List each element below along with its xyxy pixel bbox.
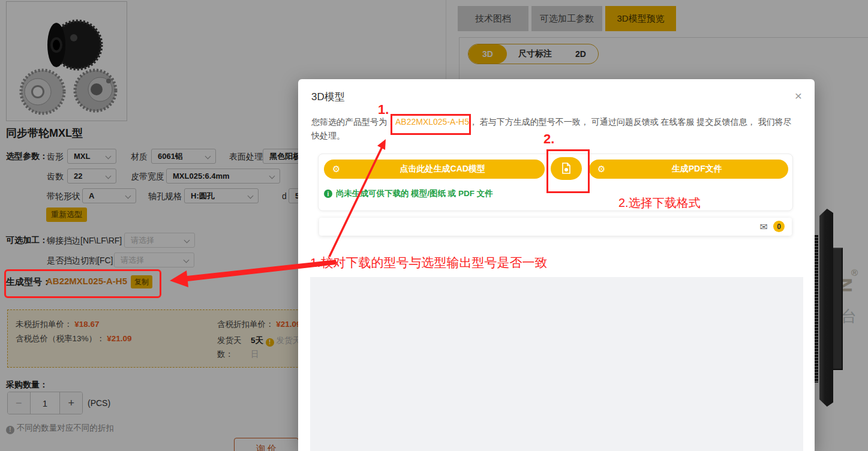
generate-pdf-button[interactable]: ⚙ 生成PDF文件: [589, 160, 788, 179]
dialog-title: 3D模型: [311, 90, 345, 104]
annotation-box-download-format: [546, 149, 590, 193]
annotation-step2-text: 2.选择下载格式: [618, 195, 701, 211]
dialog-intro-text: 您筛选的产品型号为：AB22MXL025-A-H5， 若与下方生成的型号不一致，…: [311, 115, 798, 143]
annotation-step1-number: 1.: [378, 102, 389, 118]
annotation-box-modal-model-number: [391, 114, 471, 135]
close-icon[interactable]: ×: [791, 89, 806, 103]
message-bar[interactable]: ✉ 0: [319, 218, 792, 236]
generate-cad-label: 点击此处生成CAD模型: [340, 164, 545, 175]
gears-icon: ⚙: [597, 164, 605, 175]
app-window: 同步带轮MXL型 选型参数： 齿形 MXL 材质 6061铝 表面处理 黑色阳极…: [0, 0, 868, 451]
no-files-note: i 尚未生成可供下载的 模型/图纸 或 PDF 文件: [324, 188, 493, 199]
gear-icon: ⚙: [332, 164, 340, 175]
info-icon: i: [324, 190, 332, 198]
message-count-badge: 0: [773, 221, 785, 232]
envelope-icon: ✉: [760, 221, 768, 233]
intro-prefix: 您筛选的产品型号为：: [311, 117, 395, 127]
no-files-note-text: 尚未生成可供下载的 模型/图纸 或 PDF 文件: [336, 188, 493, 199]
model-viewer-area[interactable]: [310, 277, 803, 451]
annotation-step2-number: 2.: [543, 131, 554, 147]
annotation-box-generated-model: [4, 269, 161, 298]
generate-cad-button[interactable]: ⚙ 点击此处生成CAD模型: [324, 160, 545, 179]
generate-pdf-label: 生成PDF文件: [605, 164, 788, 175]
annotation-step1-text: 1.校对下载的型号与选型输出型号是否一致: [310, 254, 548, 271]
